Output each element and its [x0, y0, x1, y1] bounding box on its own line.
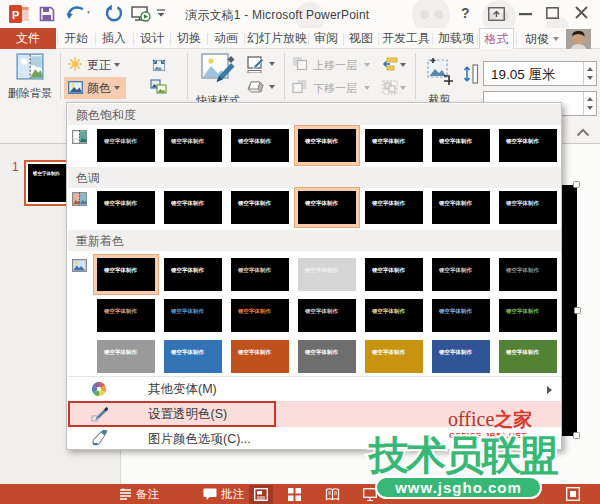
maximize-button[interactable] [546, 7, 559, 19]
tab-file[interactable]: 文件 [0, 28, 56, 49]
watermark-office-suffix: 之家 [494, 409, 532, 430]
view-normal-button[interactable] [249, 485, 273, 504]
saturation-gallery-icon [72, 130, 87, 144]
minimize-button[interactable] [519, 13, 532, 16]
gallery-thumb[interactable]: 镂空字体制作 [97, 258, 155, 291]
gallery-thumb[interactable]: 镂空字体制作 [164, 340, 222, 373]
gallery-thumb[interactable]: 镂空字体制作 [164, 191, 222, 224]
gallery-thumb[interactable]: 镂空字体制作 [432, 191, 490, 224]
selection-handle[interactable] [573, 181, 580, 188]
view-reading-icon[interactable] [325, 488, 340, 501]
gallery-thumb[interactable]: 镂空字体制作 [432, 340, 490, 373]
align-caret-icon[interactable] [400, 63, 406, 67]
tab-addins[interactable]: 加载项 [433, 28, 479, 49]
account-avatar[interactable] [566, 29, 591, 50]
gallery-thumb[interactable]: 镂空字体制作 [365, 299, 423, 332]
selection-handle[interactable] [573, 432, 580, 439]
group-caret-icon[interactable] [400, 86, 406, 90]
gallery-thumb[interactable]: 镂空字体制作 [499, 299, 557, 332]
tone-gallery-icon [72, 192, 87, 206]
gallery-thumb[interactable]: 镂空字体制作 [499, 129, 557, 162]
selection-handle[interactable] [574, 307, 581, 314]
gallery-thumb[interactable]: 镂空字体制作 [97, 191, 155, 224]
tab-transitions[interactable]: 切换 [171, 28, 207, 49]
gallery-thumb[interactable]: 镂空字体制作 [97, 299, 155, 332]
quick-styles-icon [201, 53, 235, 89]
remove-background-label: 删除背景 [4, 86, 56, 101]
gallery-thumb[interactable]: 镂空字体制作 [164, 299, 222, 332]
gallery-thumb[interactable]: 镂空字体制作 [231, 340, 289, 373]
gallery-thumb[interactable]: 镂空字体制作 [231, 258, 289, 291]
width-spinner[interactable] [583, 92, 596, 115]
gallery-thumb[interactable]: 镂空字体制作 [298, 129, 356, 162]
bring-forward-icon [292, 56, 308, 71]
tab-slideshow[interactable]: 幻灯片放映 [245, 28, 309, 49]
fit-slide-icon[interactable] [566, 487, 580, 501]
tab-view[interactable]: 视图 [343, 28, 379, 49]
remove-background-button[interactable]: 删除背景 [4, 53, 56, 109]
tab-format-active[interactable]: 格式 [479, 28, 514, 50]
gallery-thumb[interactable]: 镂空字体制作 [231, 191, 289, 224]
more-variations-item[interactable]: 其他变体(M) [68, 378, 561, 401]
tab-review[interactable]: 审阅 [308, 28, 344, 49]
title-bar: P 演示文稿1 - Microsoft PowerPoint ? [0, 0, 600, 28]
height-spinner[interactable] [583, 62, 596, 85]
gallery-thumb[interactable]: 镂空字体制作 [499, 191, 557, 224]
height-field[interactable]: 19.05 厘米 [483, 61, 597, 86]
compress-pictures-icon[interactable] [151, 58, 167, 73]
gallery-thumb[interactable]: 镂空字体制作 [164, 258, 222, 291]
gallery-thumb[interactable]: 镂空字体制作 [432, 129, 490, 162]
gallery-thumb[interactable]: 镂空字体制作 [97, 129, 155, 162]
gallery-thumb[interactable]: 镂空字体制作 [432, 299, 490, 332]
bring-forward-caret-icon [364, 63, 370, 67]
align-icon[interactable] [382, 57, 398, 72]
ribbon-display-options-icon[interactable] [488, 7, 505, 21]
gallery-thumb[interactable]: 镂空字体制作 [298, 258, 356, 291]
tab-home[interactable]: 开始 [58, 28, 94, 49]
picture-border-caret-icon[interactable] [269, 62, 275, 66]
start-presentation-icon[interactable] [131, 6, 151, 22]
gallery-thumb[interactable]: 镂空字体制作 [365, 340, 423, 373]
gallery-thumb[interactable]: 镂空字体制作 [231, 129, 289, 162]
account-name[interactable]: 胡俊 [525, 31, 549, 48]
gallery-thumb[interactable]: 镂空字体制作 [97, 340, 155, 373]
gallery-thumb[interactable]: 镂空字体制作 [298, 340, 356, 373]
save-icon[interactable] [39, 6, 55, 22]
redo-icon[interactable] [105, 4, 123, 22]
account-caret-icon[interactable] [553, 37, 559, 41]
tab-insert[interactable]: 插入 [96, 28, 132, 49]
qat-customize-icon[interactable] [156, 9, 166, 18]
gallery-thumb[interactable]: 镂空字体制作 [298, 191, 356, 224]
view-slide-sorter-icon[interactable] [288, 488, 301, 501]
tab-design[interactable]: 设计 [134, 28, 170, 49]
tab-developer[interactable]: 开发工具 [379, 28, 433, 49]
crop-button[interactable]: 裁剪 [420, 57, 458, 105]
send-backward-caret-icon [364, 86, 370, 90]
color-button[interactable]: 颜色 [64, 77, 126, 99]
collapse-ribbon-icon[interactable] [576, 128, 590, 137]
corrections-button[interactable]: 更正 [64, 55, 126, 76]
gallery-thumb[interactable]: 镂空字体制作 [365, 258, 423, 291]
color-label: 颜色 [87, 80, 111, 97]
gallery-thumb[interactable]: 镂空字体制作 [365, 191, 423, 224]
gallery-thumb[interactable]: 镂空字体制作 [365, 129, 423, 162]
gallery-thumb[interactable]: 镂空字体制作 [298, 299, 356, 332]
picture-effects-caret-icon[interactable] [269, 85, 275, 89]
quick-styles-button[interactable]: 快速样式 [193, 53, 243, 109]
group-icon[interactable] [382, 80, 398, 95]
help-icon[interactable]: ? [461, 5, 470, 21]
picture-border-icon[interactable] [247, 56, 265, 73]
gallery-thumb[interactable]: 镂空字体制作 [164, 129, 222, 162]
undo-icon[interactable] [66, 5, 90, 21]
remove-background-icon [16, 53, 44, 80]
gallery-thumb[interactable]: 镂空字体制作 [499, 340, 557, 373]
picture-effects-icon[interactable] [247, 79, 265, 95]
gallery-thumb[interactable]: 镂空字体制作 [432, 258, 490, 291]
gallery-thumb[interactable]: 镂空字体制作 [231, 299, 289, 332]
powerpoint-icon: P [9, 4, 31, 24]
tab-animations[interactable]: 动画 [208, 28, 244, 49]
send-backward-icon [292, 79, 308, 94]
close-button[interactable] [575, 6, 588, 19]
change-picture-icon[interactable] [150, 79, 167, 94]
gallery-thumb[interactable]: 镂空字体制作 [499, 258, 557, 291]
